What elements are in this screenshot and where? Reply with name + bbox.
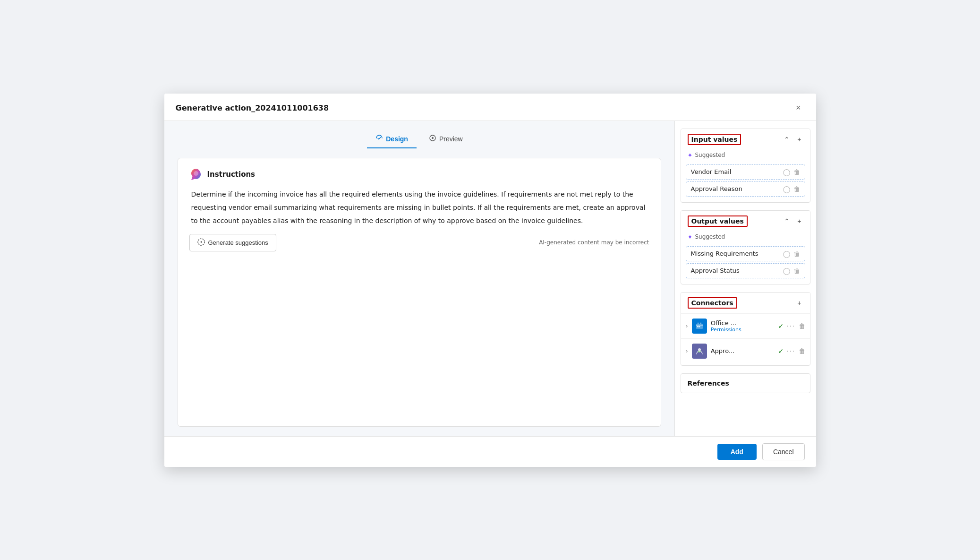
connector-office-status-icon: ✓ bbox=[778, 322, 784, 330]
input-approval-reason-row: Approval Reason ◯ 🗑 bbox=[686, 181, 805, 197]
connector-office-chevron[interactable]: › bbox=[686, 322, 688, 329]
input-values-section: Input values ⌃ + ✦ Suggested Vendor Emai… bbox=[681, 129, 810, 203]
connector-approval-status-icon: ✓ bbox=[778, 347, 784, 355]
dialog-body: Design Preview bbox=[164, 121, 816, 436]
connector-office-more-button[interactable]: ··· bbox=[786, 322, 795, 330]
missing-req-check-icon: ◯ bbox=[783, 250, 791, 258]
missing-req-delete-button[interactable]: 🗑 bbox=[793, 250, 800, 258]
tab-preview-label: Preview bbox=[439, 135, 463, 143]
instructions-title: Instructions bbox=[207, 170, 256, 179]
connector-approval-row: › Appro... ✓ ··· 🗑 bbox=[681, 338, 810, 363]
connector-approval-chevron[interactable]: › bbox=[686, 347, 688, 354]
input-values-collapse-button[interactable]: ⌃ bbox=[782, 135, 792, 144]
sidebar: Input values ⌃ + ✦ Suggested Vendor Emai… bbox=[674, 121, 816, 436]
input-values-actions: ⌃ + bbox=[782, 135, 803, 144]
ai-disclaimer: AI-generated content may be incorrect bbox=[539, 239, 649, 246]
content-footer: Generate suggestions AI-generated conten… bbox=[189, 227, 649, 251]
missing-requirements-label: Missing Requirements bbox=[691, 250, 779, 257]
input-values-add-button[interactable]: + bbox=[795, 135, 803, 144]
connector-office-actions: ✓ ··· 🗑 bbox=[778, 322, 805, 330]
connector-office-name: Office ... bbox=[711, 319, 775, 327]
output-missing-req-row: Missing Requirements ◯ 🗑 bbox=[686, 246, 805, 261]
generate-icon bbox=[197, 238, 205, 247]
connector-office-logo bbox=[692, 319, 707, 334]
output-approval-status-row: Approval Status ◯ 🗑 bbox=[686, 263, 805, 278]
instructions-header: Instructions bbox=[189, 168, 649, 181]
vendor-email-actions: ◯ 🗑 bbox=[783, 168, 800, 176]
tab-bar: Design Preview bbox=[178, 130, 661, 148]
connector-approval-delete-button[interactable]: 🗑 bbox=[799, 347, 805, 355]
input-suggested-label: ✦ Suggested bbox=[681, 150, 810, 163]
add-button[interactable]: Add bbox=[717, 444, 757, 460]
tab-design[interactable]: Design bbox=[367, 130, 417, 148]
approval-status-check-icon: ◯ bbox=[783, 267, 791, 275]
vendor-email-check-icon: ◯ bbox=[783, 168, 791, 176]
approval-status-label: Approval Status bbox=[691, 267, 779, 274]
dialog-footer: Add Cancel bbox=[164, 436, 816, 467]
close-button[interactable]: × bbox=[792, 101, 805, 115]
tab-preview[interactable]: Preview bbox=[420, 130, 471, 148]
connectors-actions: + bbox=[795, 298, 803, 308]
instructions-text: Determine if the incoming invoice has al… bbox=[189, 188, 649, 227]
output-values-actions: ⌃ + bbox=[782, 216, 803, 226]
svg-point-2 bbox=[194, 171, 198, 176]
output-values-add-button[interactable]: + bbox=[795, 216, 803, 226]
output-values-collapse-button[interactable]: ⌃ bbox=[782, 216, 792, 226]
suggested-sparkle-icon: ✦ bbox=[688, 152, 693, 159]
references-title: References bbox=[688, 379, 803, 387]
vendor-email-delete-button[interactable]: 🗑 bbox=[793, 168, 800, 176]
connector-office-delete-button[interactable]: 🗑 bbox=[799, 322, 805, 330]
cancel-button[interactable]: Cancel bbox=[762, 443, 805, 460]
input-values-header: Input values ⌃ + bbox=[681, 129, 810, 150]
references-section: References bbox=[681, 373, 810, 393]
generate-suggestions-button[interactable]: Generate suggestions bbox=[189, 234, 276, 251]
output-sparkle-icon: ✦ bbox=[688, 233, 693, 241]
approval-reason-actions: ◯ 🗑 bbox=[783, 185, 800, 193]
svg-rect-5 bbox=[697, 326, 699, 327]
connector-office-sub: Permissions bbox=[711, 327, 775, 333]
svg-point-1 bbox=[432, 137, 434, 139]
approval-status-actions: ◯ 🗑 bbox=[783, 267, 800, 275]
connector-approval-logo bbox=[692, 344, 707, 359]
output-suggested-label: ✦ Suggested bbox=[681, 232, 810, 244]
tab-design-label: Design bbox=[386, 135, 408, 143]
output-values-title: Output values bbox=[688, 215, 748, 227]
connectors-header: Connectors + bbox=[681, 293, 810, 313]
approval-reason-label: Approval Reason bbox=[691, 185, 779, 192]
generate-btn-label: Generate suggestions bbox=[208, 239, 268, 246]
main-dialog: Generative action_20241011001638 × Desig… bbox=[164, 94, 816, 467]
connector-approval-info: Appro... bbox=[711, 347, 775, 354]
connectors-section: Connectors + › Office ... Permissions bbox=[681, 292, 810, 366]
missing-req-actions: ◯ 🗑 bbox=[783, 250, 800, 258]
connector-office-row: › Office ... Permissions ✓ ··· 🗑 bbox=[681, 313, 810, 338]
vendor-email-label: Vendor Email bbox=[691, 168, 779, 175]
connector-approval-more-button[interactable]: ··· bbox=[786, 347, 795, 355]
connectors-title: Connectors bbox=[688, 297, 737, 309]
preview-icon bbox=[429, 134, 436, 144]
connector-office-info: Office ... Permissions bbox=[711, 319, 775, 333]
dialog-title: Generative action_20241011001638 bbox=[176, 103, 329, 112]
approval-reason-delete-button[interactable]: 🗑 bbox=[793, 185, 800, 193]
input-vendor-email-row: Vendor Email ◯ 🗑 bbox=[686, 164, 805, 180]
connector-approval-actions: ✓ ··· 🗑 bbox=[778, 347, 805, 355]
content-panel: Instructions Determine if the incoming i… bbox=[178, 158, 661, 427]
dialog-header: Generative action_20241011001638 × bbox=[164, 94, 816, 121]
connectors-add-button[interactable]: + bbox=[795, 298, 803, 308]
output-values-header: Output values ⌃ + bbox=[681, 211, 810, 232]
connector-approval-name: Appro... bbox=[711, 347, 775, 354]
approval-reason-check-icon: ◯ bbox=[783, 185, 791, 193]
svg-rect-6 bbox=[699, 326, 700, 327]
output-values-section: Output values ⌃ + ✦ Suggested Missing Re… bbox=[681, 210, 810, 284]
design-icon bbox=[375, 134, 383, 144]
references-header: References bbox=[681, 374, 810, 393]
copilot-icon bbox=[189, 168, 203, 181]
approval-status-delete-button[interactable]: 🗑 bbox=[793, 267, 800, 275]
input-values-title: Input values bbox=[688, 134, 741, 145]
main-area: Design Preview bbox=[164, 121, 674, 436]
